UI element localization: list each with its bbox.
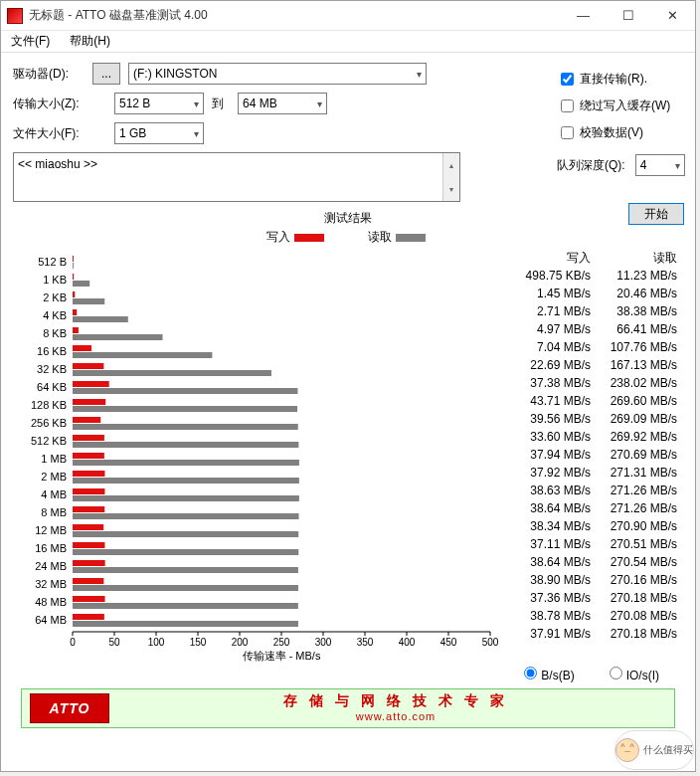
bar-label: 8 MB [41,506,67,518]
speed-table: 写入 读取 498.75 KB/s11.23 MB/s1.45 MB/s20.4… [510,250,683,662]
face-icon [615,738,639,762]
bar-label: 2 MB [41,471,67,483]
read-bar [73,334,163,340]
legend: 写入 读取 [13,229,683,246]
read-bar [73,495,299,501]
verify-checkbox[interactable] [561,126,574,139]
menu-file[interactable]: 文件(F) [5,31,56,52]
bar-label: 16 MB [35,542,67,554]
drive-browse-button[interactable]: ... [92,63,120,85]
bar-label: 16 KB [37,345,67,357]
chevron-down-icon: ▾ [194,128,199,139]
description-box[interactable]: << miaoshu >> ▴ ▾ [13,152,460,202]
maximize-button[interactable]: ☐ [606,1,650,30]
banner-url: www.atto.com [356,710,436,722]
write-bar [73,417,100,423]
write-bar [73,274,74,280]
queue-depth-label: 队列深度(Q): [557,157,625,174]
write-bar [73,345,91,351]
drive-value: (F:) KINGSTON [133,67,217,81]
titlebar[interactable]: 无标题 - ATTO 磁盘基准测试 4.00 — ☐ ✕ [1,1,695,31]
bar-label: 64 KB [37,381,67,393]
read-bar [73,406,297,412]
read-bar [73,298,104,304]
transfer-size-to-select[interactable]: 64 MB▾ [238,93,327,114]
speed-row: 37.94 MB/s270.69 MB/s [510,446,683,464]
file-size-select[interactable]: 1 GB▾ [114,122,204,144]
bar-label: 4 MB [41,488,67,500]
svg-text:50: 50 [108,637,120,648]
bar-label: 1 KB [43,274,67,286]
start-button[interactable]: 开始 [628,203,684,225]
read-bar [73,424,298,430]
write-bar [73,256,74,262]
drive-select[interactable]: (F:) KINGSTON ▾ [128,63,427,85]
minimize-button[interactable]: — [561,1,606,30]
speed-row: 38.78 MB/s270.08 MB/s [510,607,683,625]
radio-io[interactable]: IO/s(I) [605,664,659,682]
bar-label: 48 MB [35,596,67,608]
bar-label: 1 MB [41,453,67,465]
speed-row: 37.38 MB/s238.02 MB/s [510,374,683,392]
speed-row: 37.36 MB/s270.18 MB/s [510,589,683,607]
watermark: 什么值得买 [614,730,694,770]
svg-text:200: 200 [232,637,249,648]
chevron-down-icon: ▾ [317,98,322,109]
bar-label: 32 KB [37,363,67,375]
close-button[interactable]: ✕ [650,1,695,30]
speed-row: 7.04 MB/s107.76 MB/s [510,338,683,356]
bypass-cache-label[interactable]: 绕过写入缓存(W) [580,97,670,114]
scroll-down-icon[interactable]: ▾ [442,177,459,201]
radio-bytes[interactable]: B/s(B) [519,664,574,682]
banner[interactable]: ATTO 存 储 与 网 络 技 术 专 家 www.atto.com [21,688,675,728]
write-bar [73,471,104,477]
svg-text:400: 400 [399,637,416,648]
read-bar [73,513,299,519]
chevron-down-icon: ▾ [675,160,680,171]
read-bar [73,388,297,394]
write-bar [73,596,105,602]
write-bar [73,363,103,369]
legend-write-swatch [294,234,324,242]
chevron-down-icon: ▾ [194,98,199,109]
write-bar [73,309,77,315]
speed-row: 38.63 MB/s271.26 MB/s [510,482,683,499]
write-bar [73,291,75,297]
read-bar [73,352,212,358]
svg-text:500: 500 [482,637,499,648]
write-bar [73,560,105,566]
read-bar [73,603,298,609]
banner-text: 存 储 与 网 络 技 术 专 家 [283,692,507,708]
bar-label: 64 MB [35,614,67,626]
chevron-down-icon: ▾ [417,69,422,80]
svg-text:0: 0 [70,637,76,648]
read-bar [73,442,298,448]
read-bar [73,281,89,287]
menu-help[interactable]: 帮助(H) [64,31,116,52]
speed-row: 37.92 MB/s271.31 MB/s [510,464,683,482]
transfer-size-from-select[interactable]: 512 B▾ [114,93,204,114]
svg-text:450: 450 [440,637,457,648]
queue-depth-select[interactable]: 4▾ [635,154,685,176]
speed-row: 22.69 MB/s167.13 MB/s [510,356,683,374]
write-bar [73,453,104,459]
bypass-cache-checkbox[interactable] [561,99,574,112]
svg-text:100: 100 [148,637,165,648]
axis-label: 传输速率 - MB/s [243,650,321,662]
drive-label: 驱动器(D): [13,66,92,83]
direct-io-label[interactable]: 直接传输(R). [580,71,647,88]
scroll-up-icon[interactable]: ▴ [442,153,459,177]
bar-label: 32 MB [35,578,67,590]
col-write: 写入 [510,250,597,267]
write-bar [73,542,104,548]
read-bar [73,370,271,376]
write-bar [73,524,103,530]
atto-logo: ATTO [30,693,109,723]
direct-io-checkbox[interactable] [561,73,574,86]
read-bar [73,460,299,466]
read-bar [73,263,74,269]
menubar: 文件(F) 帮助(H) [1,31,695,53]
verify-label[interactable]: 校验数据(V) [580,124,643,141]
bar-label: 24 MB [35,560,67,572]
read-bar [73,567,298,573]
